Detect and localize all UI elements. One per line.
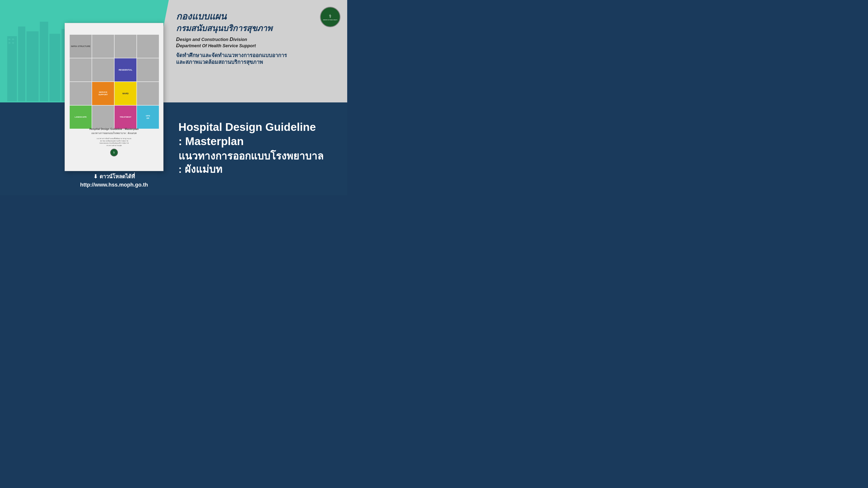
svg-rect-9 xyxy=(12,42,14,44)
book-description: แนวทางการจัดทำแผนเพื่อพัฒนามาตรฐานและ สภ… xyxy=(70,137,158,147)
svg-rect-7 xyxy=(12,38,14,40)
cell-infra: INFRA STRUCTURE xyxy=(70,35,92,58)
book-logo: ⚕ xyxy=(110,149,118,156)
cell-r4c2 xyxy=(92,105,114,129)
division-line-1: Design and Construction Division xyxy=(176,36,328,42)
book-grid: INFRA STRUCTURE RESIDENTIAL SERVICESUPPO… xyxy=(70,35,159,128)
book-text-area: Hospital Design Guideline : Masterplan แ… xyxy=(70,128,158,156)
cell-residential: RESIDENTIAL xyxy=(115,58,136,82)
svg-rect-3 xyxy=(40,22,48,101)
cell-r2c2 xyxy=(92,58,114,82)
cell-r3c1 xyxy=(70,82,92,105)
cell-r3c4 xyxy=(137,82,159,105)
division-line-2: Department Of Health Service Support xyxy=(176,42,328,49)
logo-area: ⚕ MINISTRY OF PUBLIC HEALTH xyxy=(320,7,340,27)
download-section: ⬇ ดาวน์โหลดได้ที่ http://www.hss.moph.go… xyxy=(65,172,163,188)
page: INFRA STRUCTURE RESIDENTIAL SERVICESUPPO… xyxy=(0,0,347,195)
svg-rect-8 xyxy=(8,42,10,44)
main-title-en-1: Hospital Design Guideline xyxy=(179,121,338,133)
svg-rect-2 xyxy=(27,31,38,101)
thai-desc-1: จัดทำศึกษาและจัดทำแนวทางการออกแบบอาการ xyxy=(176,52,328,59)
thai-org-title-1: กองแบบแผน xyxy=(176,11,328,22)
svg-rect-4 xyxy=(50,34,60,101)
cell-opd-er: OPDER xyxy=(137,105,159,129)
cell-treatment: TREATMENT xyxy=(115,105,136,129)
header-content: กองแบบแผน กรมสนับสนุนบริการสุขภาพ Design… xyxy=(176,11,328,66)
main-title-en-2: : Masterplan xyxy=(179,135,338,148)
main-title-th-1: แนวทางการออกแบบโรงพยาบาล xyxy=(179,150,338,162)
thai-org-title-2: กรมสนับสนุนบริการสุขภาพ xyxy=(176,22,328,35)
cell-r1c4 xyxy=(137,35,159,58)
main-title-th-2: : ผังแม่บท xyxy=(179,163,338,175)
svg-rect-1 xyxy=(18,27,25,101)
cell-landscape: LANDSCAPE xyxy=(70,105,92,129)
grid-row-3: SERVICESUPPORT WARD xyxy=(70,82,159,105)
svg-rect-6 xyxy=(8,38,10,40)
download-label: ⬇ ดาวน์โหลดได้ที่ xyxy=(65,172,163,181)
book-title-main: Hospital Design Guideline : Masterplan xyxy=(70,128,158,130)
thai-desc-2: และสภาพแวดล้อมสถานบริการสุขภาพ xyxy=(176,59,328,66)
cell-r1c3 xyxy=(115,35,136,58)
book-cover: INFRA STRUCTURE RESIDENTIAL SERVICESUPPO… xyxy=(65,23,163,171)
cell-service-support: SERVICESUPPORT xyxy=(92,82,114,105)
cell-r1c2 xyxy=(92,35,114,58)
main-content-area: Hospital Design Guideline : Masterplan แ… xyxy=(169,101,347,195)
cell-r2c1 xyxy=(70,58,92,82)
logo-inner-ring: ⚕ MINISTRY OF PUBLIC HEALTH xyxy=(321,7,340,27)
book-subtitle: แนวทางการออกแบบโรงพยาบาล : ผังแม่บท xyxy=(70,131,158,135)
logo-ring: ⚕ MINISTRY OF PUBLIC HEALTH xyxy=(320,7,340,27)
logo-ministry-text: MINISTRY OF PUBLIC HEALTH xyxy=(323,20,337,21)
grid-row-1: INFRA STRUCTURE xyxy=(70,35,159,58)
download-icon: ⬇ xyxy=(93,173,98,180)
grid-row-2: RESIDENTIAL xyxy=(70,58,159,82)
svg-rect-0 xyxy=(7,36,17,101)
grid-row-4: LANDSCAPE TREATMENT OPDER xyxy=(70,105,159,129)
download-text: ดาวน์โหลดได้ที่ xyxy=(100,172,135,181)
cell-ward: WARD xyxy=(115,82,136,105)
cell-r2c4 xyxy=(137,58,159,82)
download-url: http://www.hss.moph.go.th xyxy=(65,182,163,188)
